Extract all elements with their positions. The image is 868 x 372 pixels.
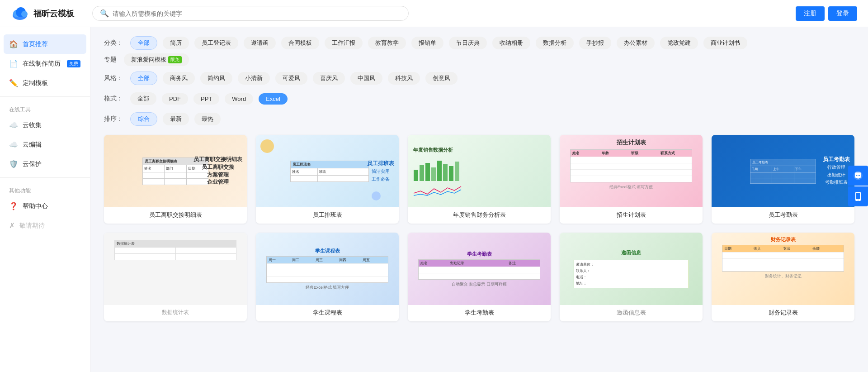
float-chat-button[interactable]	[848, 166, 868, 186]
category-invitation[interactable]: 邀请函	[244, 37, 276, 49]
format-word[interactable]: Word	[225, 93, 253, 105]
category-expense[interactable]: 报销单	[411, 37, 443, 49]
sidebar-divider-2	[0, 177, 90, 178]
category-festival[interactable]: 节日庆典	[449, 37, 487, 49]
svg-point-3	[21, 11, 28, 17]
logo-text: 福昕云模板	[33, 8, 74, 19]
card-5[interactable]: 员工考勤表 日期 上午 下午	[712, 135, 854, 224]
category-contract[interactable]: 合同模板	[281, 37, 319, 49]
style-label: 风格：	[104, 74, 123, 82]
category-education[interactable]: 教育教学	[368, 37, 406, 49]
sort-latest[interactable]: 最新	[163, 113, 189, 125]
card-10[interactable]: 财务记录表 日期收入支出余额 财务统计、财务记记 财务记录表	[712, 233, 854, 321]
cloud-collect-icon: ☁️	[9, 121, 18, 129]
format-excel[interactable]: Excel	[259, 93, 288, 105]
card-6[interactable]: 数据统计表 数据统计表	[104, 233, 247, 321]
free-badge: 免费	[67, 60, 80, 67]
card-2[interactable]: 员工排班表 姓名 班次 员工排班表简洁实用工作必备	[256, 135, 399, 224]
category-handwriting[interactable]: 手抄报	[579, 37, 611, 49]
card-grid-row2: 数据统计表 数据统计表 学生课	[104, 233, 854, 321]
card-8[interactable]: 学生考勤表 姓名出勤记录备注 自动聚合 实总显示 日期可样模 学生考勤表	[408, 233, 551, 321]
sidebar-item-custom[interactable]: ✏️ 定制模板	[0, 73, 90, 93]
svg-point-15	[859, 175, 860, 176]
card-1[interactable]: 员工离职交接明细表 姓名 部门 日期	[104, 135, 247, 224]
search-bar[interactable]: 🔍	[92, 6, 409, 21]
card-1-thumb: 员工离职交接明细表 姓名 部门 日期	[104, 135, 247, 207]
format-pdf[interactable]: PDF	[162, 93, 188, 105]
sidebar-item-custom-label: 定制模板	[23, 79, 48, 87]
card-8-thumb: 学生考勤表 姓名出勤记录备注 自动聚合 实总显示 日期可样模	[408, 233, 551, 305]
search-input[interactable]	[113, 10, 401, 17]
sidebar-item-home-label: 首页推荐	[23, 40, 48, 48]
logo-icon	[11, 5, 29, 23]
mini-bar-chart	[411, 156, 466, 183]
style-chinese[interactable]: 中国风	[350, 72, 382, 85]
svg-rect-9	[443, 164, 448, 181]
sidebar-item-cloud-collect[interactable]: ☁️ 云收集	[0, 115, 90, 135]
card-4[interactable]: 招生计划表 姓名年龄班级联系方式 经典Excel格式 填写方便 招生计划表	[560, 135, 703, 224]
category-work-report[interactable]: 工作汇报	[325, 37, 363, 49]
cloud-edit-icon: ☁️	[9, 140, 18, 149]
style-business[interactable]: 商务风	[163, 72, 195, 85]
category-filter-row: 分类： 全部 简历 员工登记表 邀请函 合同模板 工作汇报 教育教学 报销单 节…	[104, 36, 854, 50]
svg-rect-7	[431, 167, 436, 181]
header: 福昕云模板 🔍 注册 登录	[0, 0, 868, 27]
card-7[interactable]: 学生课程表 周一周二周三周四周五 经典Excel格式 填写方便 学生课程表	[256, 233, 399, 321]
card-2-title: 员工排班表	[256, 207, 399, 224]
float-mobile-button[interactable]	[848, 186, 868, 206]
category-album[interactable]: 收纳相册	[492, 37, 530, 49]
svg-rect-8	[437, 161, 442, 181]
category-employee-reg[interactable]: 员工登记表	[194, 37, 238, 49]
sidebar-item-help[interactable]: ❓ 帮助中心	[0, 196, 90, 216]
svg-rect-4	[414, 170, 418, 181]
sidebar-item-cloud-protect[interactable]: 🛡️ 云保护	[0, 154, 90, 174]
cloud-protect-icon: 🛡️	[9, 160, 18, 168]
search-icon: 🔍	[100, 9, 109, 18]
special-sina[interactable]: 新浪爱问模板 限免	[124, 53, 189, 66]
category-resume[interactable]: 简历	[163, 37, 189, 49]
style-cute[interactable]: 可爱风	[275, 72, 307, 85]
mini-line-chart	[411, 184, 466, 198]
style-tech[interactable]: 科技风	[388, 72, 420, 85]
format-ppt[interactable]: PPT	[193, 93, 219, 105]
card-9-thumb: 邀函信息 邀请单位： 联系人： 电话： 地址：	[560, 233, 703, 305]
card-5-thumb: 员工考勤表 日期 上午 下午	[712, 135, 854, 207]
category-all[interactable]: 全部	[130, 36, 157, 50]
style-festive[interactable]: 喜庆风	[313, 72, 345, 85]
svg-point-18	[858, 200, 859, 200]
card-3-title: 年度销售财务分析表	[408, 207, 551, 224]
style-simple[interactable]: 简约风	[200, 72, 232, 85]
style-creative[interactable]: 创意风	[425, 72, 458, 85]
help-icon: ❓	[9, 202, 18, 210]
sidebar-item-cloud-edit[interactable]: ☁️ 云编辑	[0, 135, 90, 154]
card-grid-row1: 员工离职交接明细表 姓名 部门 日期	[104, 135, 854, 224]
sidebar-item-coming[interactable]: ✗ 敬请期待	[0, 216, 90, 235]
sidebar-item-home[interactable]: 🏠 首页推荐	[4, 34, 86, 54]
sidebar-section-tools: 在线工具	[0, 100, 90, 115]
sidebar-item-help-label: 帮助中心	[23, 202, 48, 210]
login-button[interactable]: 登录	[828, 6, 857, 21]
card-3-thumb: 年度销售数据分析	[408, 135, 551, 207]
sort-hottest[interactable]: 最热	[194, 113, 221, 125]
sidebar-section-other: 其他功能	[0, 181, 90, 196]
card-4-thumb: 招生计划表 姓名年龄班级联系方式 经典Excel格式 填写方便	[560, 135, 703, 207]
card-10-title: 财务记录表	[712, 305, 854, 321]
style-all[interactable]: 全部	[130, 72, 157, 85]
category-office[interactable]: 办公素材	[617, 37, 655, 49]
card-8-title: 学生考勤表	[408, 305, 551, 321]
sidebar-item-resume-label: 在线制作简历	[23, 60, 61, 68]
card-3[interactable]: 年度销售数据分析	[408, 135, 551, 224]
home-icon: 🏠	[9, 40, 18, 48]
card-1-title: 员工离职交接明细表	[104, 207, 247, 224]
category-data-analysis[interactable]: 数据分析	[536, 37, 574, 49]
card-9[interactable]: 邀函信息 邀请单位： 联系人： 电话： 地址： 邀函信息表	[560, 233, 703, 321]
sidebar-item-cloud-collect-label: 云收集	[23, 121, 42, 129]
category-business-plan[interactable]: 商业计划书	[703, 37, 747, 49]
style-fresh[interactable]: 小清新	[238, 72, 270, 85]
category-party[interactable]: 党政党建	[660, 37, 698, 49]
sort-comprehensive[interactable]: 综合	[130, 112, 157, 126]
format-all[interactable]: 全部	[130, 92, 156, 105]
format-label: 格式：	[104, 95, 123, 103]
sidebar-item-resume[interactable]: 📄 在线制作简历 免费	[0, 54, 90, 73]
register-button[interactable]: 注册	[796, 6, 825, 21]
